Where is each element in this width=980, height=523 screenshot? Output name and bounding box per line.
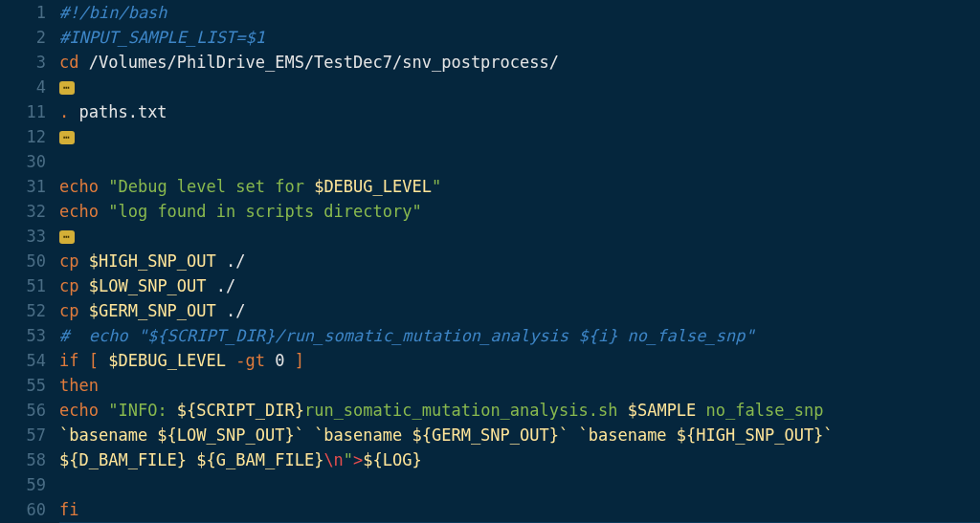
token-plain [99,202,108,221]
token-var: $DEBUG_LEVEL [108,351,226,370]
token-keyword: ] [295,351,304,370]
token-plain [226,351,235,370]
token-string [568,425,578,445]
token-plain: ./ [216,251,246,271]
code-line[interactable]: ⋯ [59,224,980,249]
line-number: 1 [0,0,46,25]
token-var: $SAMPLE [628,401,697,420]
line-number: 30 [0,149,46,174]
token-var: ${LOG} [363,450,421,469]
code-line[interactable]: if [ $DEBUG_LEVEL -gt 0 ] [59,348,980,373]
token-var: $GERM_SNP_OUT [89,301,216,320]
token-comment: # echo "${SCRIPT_DIR}/run_somatic_mutati… [59,326,755,345]
code-line[interactable]: # echo "${SCRIPT_DIR}/run_somatic_mutati… [59,323,980,348]
fold-marker-icon[interactable]: ⋯ [59,81,75,95]
token-var: `basename ${LOW_SNP_OUT}` [59,425,304,445]
token-string: run_somatic_mutation_analysis.sh [304,401,628,420]
fold-marker-icon[interactable]: ⋯ [59,131,75,144]
token-plain [99,401,108,420]
token-string: " [344,450,353,469]
code-line[interactable]: #!/bin/bash [59,0,980,25]
code-line[interactable]: cp $LOW_SNP_OUT ./ [59,273,980,298]
token-plain: paths.txt [69,102,167,121]
line-number: 53 [0,323,46,348]
code-line[interactable]: echo "log found in scripts directory" [59,199,980,224]
line-number: 58 [0,447,46,472]
line-number: 52 [0,298,46,323]
code-line[interactable]: ${D_BAM_FILE} ${G_BAM_FILE}\n">${LOG} [59,447,980,472]
token-keyword: cp [59,251,78,271]
code-line[interactable]: cd /Volumes/PhilDrive_EMS/TestDec7/snv_p… [59,50,980,75]
code-line[interactable]: echo "Debug level set for $DEBUG_LEVEL" [59,174,980,199]
token-string: " [432,177,441,196]
token-plain [78,351,88,370]
token-plain [99,177,108,196]
token-string: "Debug level set for [108,177,314,196]
token-keyword: echo [59,177,99,196]
line-number: 56 [0,398,46,423]
line-number: 50 [0,249,46,273]
token-keyword: echo [59,401,99,420]
code-line[interactable] [59,472,980,497]
token-plain: ./ [216,301,246,320]
token-plain [78,251,88,271]
line-number: 55 [0,373,46,398]
line-number: 54 [0,348,46,373]
line-number: 31 [0,174,46,199]
token-var: $LOW_SNP_OUT [89,276,207,295]
token-keyword: fi [59,500,78,519]
code-line[interactable]: echo "INFO: ${SCRIPT_DIR}run_somatic_mut… [59,398,980,423]
token-plain [78,276,88,295]
line-number: 60 [0,497,46,522]
line-number: 11 [0,99,46,124]
fold-marker-icon[interactable]: ⋯ [59,230,75,244]
code-line[interactable]: fi [59,497,980,522]
token-keyword: cp [59,276,78,295]
token-var: `basename ${HIGH_SNP_OUT}` [578,425,833,445]
line-number: 2 [0,25,46,50]
code-line[interactable]: . paths.txt [59,99,980,124]
token-var: ${D_BAM_FILE} [59,450,187,469]
line-number: 51 [0,273,46,298]
token-keyword: echo [59,202,99,221]
token-var: ${SCRIPT_DIR} [177,401,304,420]
token-escape: \n [323,450,343,469]
token-string [187,450,196,469]
token-plain: 0 [265,351,295,370]
code-editor[interactable]: 1234111230313233505152535455565758596061… [0,0,980,523]
token-string: "INFO: [108,401,177,420]
code-line[interactable]: ⋯ [59,75,980,99]
token-keyword: then [59,376,99,395]
code-line[interactable]: cp $GERM_SNP_OUT ./ [59,298,980,323]
token-string: "log found in scripts directory" [108,202,422,221]
code-line[interactable] [59,149,980,174]
token-comment: #!/bin/bash [59,3,167,22]
token-comment: #INPUT_SAMPLE_LIST=$1 [59,28,265,47]
code-line[interactable]: ⋯ [59,124,980,149]
line-number: 33 [0,224,46,249]
token-string [304,425,314,445]
code-line[interactable]: then [59,373,980,398]
token-keyword: cp [59,301,78,320]
code-line[interactable]: #INPUT_SAMPLE_LIST=$1 [59,25,980,50]
code-line[interactable]: `basename ${LOW_SNP_OUT}` `basename ${GE… [59,423,980,447]
line-number-gutter: 1234111230313233505152535455565758596061… [0,0,59,523]
token-var: $DEBUG_LEVEL [314,177,432,196]
token-operator: > [353,450,363,469]
token-plain [99,351,108,370]
line-number: 4 [0,75,46,99]
line-number: 57 [0,423,46,447]
token-var: $HIGH_SNP_OUT [89,251,216,271]
token-var: `basename ${GERM_SNP_OUT}` [314,425,568,445]
code-area[interactable]: #!/bin/bash#INPUT_SAMPLE_LIST=$1cd /Volu… [59,0,980,523]
code-line[interactable]: cp $HIGH_SNP_OUT ./ [59,249,980,273]
token-string: no_false_snp [696,401,823,420]
line-number: 32 [0,199,46,224]
token-keyword: -gt [235,351,265,370]
token-plain: ./ [207,276,236,295]
line-number: 59 [0,472,46,497]
token-plain: /Volumes/PhilDrive_EMS/TestDec7/snv_post… [78,53,559,72]
token-keyword: if [59,351,78,370]
token-keyword: [ [89,351,99,370]
token-keyword: cd [59,53,78,72]
